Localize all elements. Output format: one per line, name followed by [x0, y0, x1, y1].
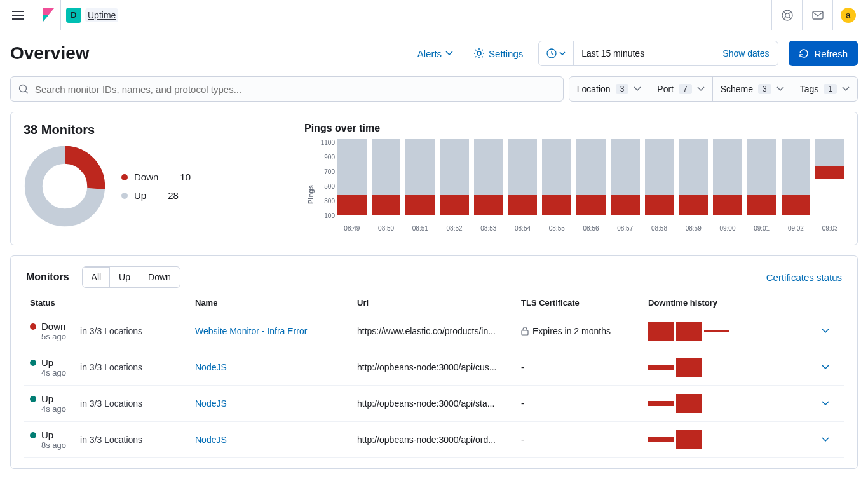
bar-column: 08:49 [337, 139, 367, 219]
status-dot [30, 432, 36, 438]
col-header-name[interactable]: Name [195, 298, 357, 308]
status-dot [30, 323, 36, 330]
tls-cell: - [521, 398, 648, 409]
monitor-name-link[interactable]: NodeJS [195, 362, 357, 372]
refresh-icon [799, 48, 809, 58]
monitor-name-link[interactable]: Website Monitor - Infra Error [195, 326, 357, 336]
refresh-button[interactable]: Refresh [789, 41, 858, 66]
expand-row-button[interactable] [813, 329, 838, 334]
facet-port[interactable]: Port 7 [649, 77, 712, 101]
facet-scheme[interactable]: Scheme 3 [712, 77, 792, 101]
facet-location[interactable]: Location 3 [569, 77, 649, 101]
lock-icon [521, 327, 529, 336]
monitor-name-link[interactable]: NodeJS [195, 435, 357, 445]
status-dot [30, 396, 36, 402]
status-filter-tabs: All Up Down [82, 266, 180, 288]
kibana-logo[interactable] [36, 0, 61, 30]
alerts-button[interactable]: Alerts [412, 48, 458, 59]
col-header-history[interactable]: Downtime history [648, 298, 813, 308]
table-header: Status Name Url TLS Certificate Downtime… [24, 293, 844, 313]
monitors-panel: Monitors All Up Down Certificates status… [10, 255, 858, 469]
downtime-history [648, 358, 813, 377]
legend-up: Up 28 [121, 190, 191, 201]
facet-count: 1 [824, 84, 837, 94]
bar-column: 08:58 [645, 139, 674, 219]
monitor-url: http://opbeans-node:3000/api/cus... [357, 362, 521, 372]
col-header-url[interactable]: Url [357, 298, 521, 308]
chevron-down-icon [822, 329, 829, 334]
table-row: Down5s agoin 3/3 LocationsWebsite Monito… [24, 313, 844, 349]
status-text: Up [41, 357, 53, 368]
settings-label: Settings [489, 48, 523, 59]
header-left: D Uptime [5, 0, 771, 30]
chevron-down-icon [445, 51, 453, 56]
facet-label: Port [657, 84, 674, 94]
downtime-history [648, 430, 813, 449]
facet-count: 3 [758, 84, 771, 94]
bar-column: 08:50 [372, 139, 401, 219]
svg-point-5 [20, 85, 27, 92]
bar-column: 09:01 [747, 139, 776, 219]
pings-chart-title: Pings over time [304, 123, 844, 134]
nav-toggle-button[interactable] [5, 3, 31, 28]
status-ago: 8s ago [41, 440, 66, 450]
col-header-tls[interactable]: TLS Certificate [521, 298, 648, 308]
facet-label: Location [577, 84, 611, 94]
kibana-logo-icon [43, 8, 54, 22]
status-donut-chart [24, 145, 106, 227]
settings-button[interactable]: Settings [468, 48, 528, 59]
tab-up[interactable]: Up [110, 267, 139, 287]
bar-column: 09:00 [713, 139, 742, 219]
monitor-count-section: 38 Monitors Down 10 U [24, 123, 284, 234]
search-box[interactable] [10, 76, 564, 102]
show-dates-button[interactable]: Show dates [714, 41, 778, 65]
monitors-title: Monitors [26, 271, 69, 283]
breadcrumb[interactable]: Uptime [85, 8, 118, 22]
donut-legend: Down 10 Up 28 [121, 172, 191, 201]
gear-icon [473, 48, 485, 59]
bar-column: 08:57 [611, 139, 640, 219]
app-badge[interactable]: D [66, 8, 81, 23]
monitor-url: https://www.elastic.co/products/in... [357, 326, 521, 336]
tab-down[interactable]: Down [139, 267, 180, 287]
col-header-status[interactable]: Status [30, 298, 195, 308]
expand-row-button[interactable] [813, 365, 838, 370]
facet-tags[interactable]: Tags 1 [792, 77, 857, 101]
global-header: D Uptime a [0, 0, 868, 30]
time-picker: Last 15 minutes Show dates [538, 41, 778, 66]
avatar: a [841, 8, 856, 23]
bar-column: 08:55 [542, 139, 571, 219]
facet-label: Tags [800, 84, 819, 94]
monitor-name-link[interactable]: NodeJS [195, 398, 357, 409]
tab-all[interactable]: All [83, 267, 111, 287]
status-locations: in 3/3 Locations [80, 398, 142, 409]
filter-facets: Location 3 Port 7 Scheme 3 Tags 1 [569, 76, 858, 102]
legend-label: Up [134, 190, 146, 201]
bar-column: 08:52 [440, 139, 469, 219]
status-ago: 4s ago [41, 368, 66, 377]
certificates-status-link[interactable]: Certificates status [766, 272, 842, 283]
expand-row-button[interactable] [813, 437, 838, 442]
quick-select-button[interactable] [539, 41, 574, 65]
mail-icon [812, 11, 824, 20]
expand-row-button[interactable] [813, 401, 838, 406]
time-range-display[interactable]: Last 15 minutes [574, 41, 714, 65]
alerts-label: Alerts [417, 48, 442, 59]
status-text: Up [41, 393, 53, 404]
downtime-history [648, 322, 813, 341]
newsfeed-button[interactable] [802, 0, 832, 30]
legend-count: 10 [180, 172, 191, 182]
chevron-down-icon [822, 365, 829, 370]
table-row: Up8s agoin 3/3 LocationsNodeJShttp://opb… [24, 422, 844, 458]
page-header: Overview Alerts Settings Last 15 minutes… [10, 41, 858, 66]
chevron-down-icon [697, 86, 705, 92]
pings-ylabel: Pings [304, 139, 317, 234]
legend-label: Down [134, 172, 158, 182]
monitor-url: http://opbeans-node:3000/api/ord... [357, 435, 521, 445]
search-input[interactable] [35, 84, 555, 95]
bar-column: 08:59 [679, 139, 708, 219]
help-button[interactable] [771, 0, 802, 30]
user-menu-button[interactable]: a [832, 0, 863, 30]
monitor-url: http://opbeans-node:3000/api/sta... [357, 398, 521, 409]
tls-cell: - [521, 362, 648, 372]
